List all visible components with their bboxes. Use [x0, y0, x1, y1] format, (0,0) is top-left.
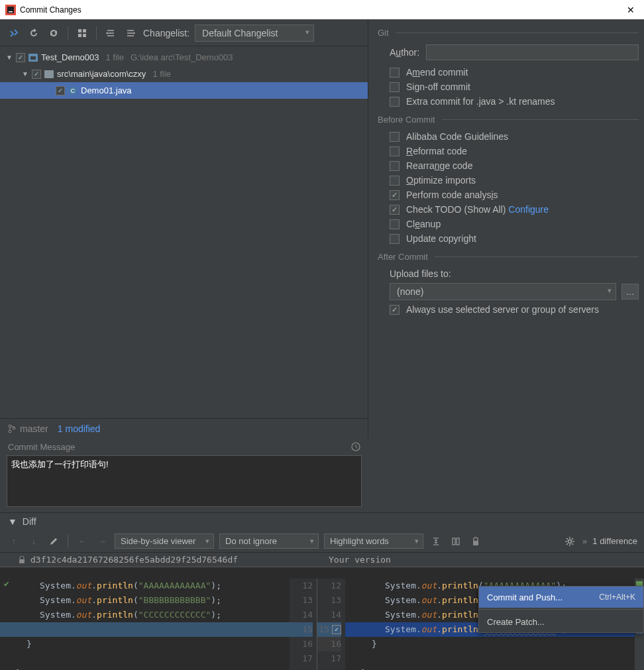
- git-section-label: Git: [378, 28, 389, 38]
- svg-rect-20: [473, 541, 478, 545]
- collapse-all-icon[interactable]: [123, 26, 138, 40]
- tree-checkbox[interactable]: [56, 86, 65, 95]
- svg-rect-18: [453, 538, 455, 545]
- tree-module-row[interactable]: ▼ Test_Demo003 1 file G:\idea arc\Test_D…: [0, 49, 368, 66]
- svg-rect-4: [83, 29, 86, 32]
- java-class-icon: C: [68, 85, 78, 96]
- collapse-icon[interactable]: ▼: [8, 516, 17, 527]
- svg-rect-6: [83, 34, 86, 37]
- diff-count: 1 difference: [592, 536, 637, 546]
- svg-rect-30: [19, 559, 25, 563]
- svg-line-29: [566, 543, 568, 545]
- commit-and-push-menu-item[interactable]: Commit and Push...Ctrl+Alt+K: [479, 586, 643, 608]
- reformat-code-checkbox[interactable]: Reformat code: [390, 146, 639, 156]
- svg-rect-8: [28, 54, 32, 56]
- cleanup-checkbox[interactable]: Cleanup: [390, 219, 639, 229]
- right-panel: Git Author: Amend commit Sign-off commit…: [368, 20, 644, 438]
- left-panel: Changelist: Default Changelist ▼ Test_De…: [0, 20, 368, 438]
- lock-icon[interactable]: [468, 534, 483, 549]
- collapse-unchanged-icon[interactable]: [429, 534, 443, 549]
- check-todo-checkbox[interactable]: Check TODO (Show All) Configure: [390, 204, 639, 215]
- svg-line-26: [566, 538, 568, 539]
- diff-viewer-combo[interactable]: Side-by-side viewer: [115, 533, 214, 549]
- tree-package-row[interactable]: ▼ src\main\java\com\czxy 1 file: [0, 66, 368, 82]
- window-title: Commit Changes: [20, 5, 623, 15]
- changelist-toolbar: Changelist: Default Changelist: [0, 20, 368, 46]
- tree-node-name: Demo01.java: [81, 85, 132, 95]
- collapse-icon[interactable]: ▼: [5, 54, 13, 61]
- signoff-commit-checkbox[interactable]: Sign-off commit: [390, 82, 639, 92]
- diff-ignore-combo[interactable]: Do not ignore: [219, 533, 319, 549]
- changelist-combo[interactable]: Default Changelist: [195, 25, 314, 42]
- group-by-icon[interactable]: [75, 26, 89, 40]
- diff-toolbar: ↑ ↓ ← → Side-by-side viewer Do not ignor…: [0, 530, 644, 553]
- left-revision-label: d3f12c4da21767268256fe5abdd29f25d76546df: [30, 555, 238, 565]
- svg-rect-11: [44, 70, 48, 72]
- svg-rect-2: [9, 11, 13, 13]
- more-icon[interactable]: »: [582, 536, 587, 546]
- include-change-checkbox[interactable]: [332, 625, 341, 634]
- svg-point-21: [568, 539, 572, 543]
- readonly-lock-icon: [19, 556, 25, 564]
- collapse-icon[interactable]: ▼: [21, 70, 29, 78]
- tree-checkbox[interactable]: [16, 53, 25, 62]
- tree-node-name: src\main\java\com\czxy: [57, 69, 146, 79]
- next-diff-icon[interactable]: ↓: [27, 534, 41, 549]
- revert-icon[interactable]: [27, 26, 41, 40]
- prev-file-icon[interactable]: ←: [75, 534, 89, 549]
- refresh-icon[interactable]: [46, 26, 61, 40]
- commit-dropdown-menu: Commit and Push...Ctrl+Alt+K Create Patc…: [478, 586, 644, 633]
- expand-all-icon[interactable]: [103, 26, 118, 40]
- changelist-label: Changelist:: [143, 28, 189, 38]
- tree-node-name: Test_Demo003: [41, 52, 99, 62]
- changes-tree[interactable]: ▼ Test_Demo003 1 file G:\idea arc\Test_D…: [0, 46, 368, 418]
- create-patch-menu-item[interactable]: Create Patch...: [479, 611, 643, 632]
- next-file-icon[interactable]: →: [95, 534, 109, 549]
- author-input[interactable]: [426, 44, 639, 60]
- always-use-server-checkbox[interactable]: Always use selected server or group of s…: [390, 304, 639, 315]
- right-revision-label: Your version: [329, 555, 391, 565]
- window-close-button[interactable]: ✕: [623, 5, 639, 15]
- modified-count[interactable]: 1 modified: [58, 423, 101, 434]
- svg-rect-3: [78, 29, 81, 32]
- right-gutter: 12 13 14 15 16 17 18: [317, 579, 345, 671]
- update-copyright-checkbox[interactable]: Update copyright: [390, 233, 639, 244]
- gear-icon[interactable]: [563, 534, 577, 549]
- code-analysis-checkbox[interactable]: Perform code analysis: [390, 190, 639, 200]
- show-diff-icon[interactable]: [7, 26, 21, 40]
- svg-point-15: [9, 430, 11, 433]
- optimize-imports-checkbox[interactable]: Optimize imports: [390, 175, 639, 186]
- svg-text:C: C: [71, 87, 76, 94]
- alibaba-guidelines-checkbox[interactable]: Alibaba Code Guidelines: [390, 131, 639, 142]
- commit-message-textarea[interactable]: 我也添加了一行打印语句!: [7, 455, 362, 507]
- svg-rect-19: [456, 538, 459, 545]
- extra-commit-checkbox[interactable]: Extra commit for .java > .kt renames: [390, 96, 639, 107]
- upload-server-browse-button[interactable]: …: [621, 284, 639, 300]
- branch-name: master: [20, 423, 48, 434]
- branch-status-bar: master 1 modified: [0, 418, 368, 438]
- edit-icon[interactable]: [46, 534, 61, 549]
- left-code-pane[interactable]: ✔ System.out.println("AAAAAAAAAAAA"); Sy…: [0, 579, 290, 671]
- tree-checkbox[interactable]: [32, 70, 41, 79]
- amend-commit-checkbox[interactable]: Amend commit: [390, 67, 639, 78]
- svg-rect-5: [78, 34, 81, 37]
- tree-node-path: G:\idea arc\Test_Demo003: [131, 52, 233, 62]
- tree-file-row[interactable]: C Demo01.java: [0, 82, 368, 99]
- tree-node-count: 1 file: [152, 69, 170, 79]
- upload-server-combo[interactable]: (none): [390, 283, 616, 300]
- diff-label: Diff: [23, 516, 36, 527]
- upload-files-label: Upload files to:: [390, 268, 639, 279]
- titlebar: Commit Changes ✕: [0, 0, 644, 20]
- sync-scroll-icon[interactable]: [449, 534, 463, 549]
- rearrange-code-checkbox[interactable]: Rearrange code: [390, 160, 639, 171]
- prev-diff-icon[interactable]: ↑: [7, 534, 21, 549]
- tree-node-count: 1 file: [105, 52, 123, 62]
- diff-highlight-combo[interactable]: Highlight words: [324, 533, 423, 549]
- svg-line-28: [572, 538, 573, 539]
- folder-icon: [44, 69, 54, 80]
- branch-icon: [8, 424, 16, 433]
- branch-indicator[interactable]: master: [8, 423, 48, 434]
- history-icon[interactable]: [351, 442, 360, 451]
- author-label: Author:: [390, 47, 419, 58]
- configure-todo-link[interactable]: Configure: [508, 204, 549, 215]
